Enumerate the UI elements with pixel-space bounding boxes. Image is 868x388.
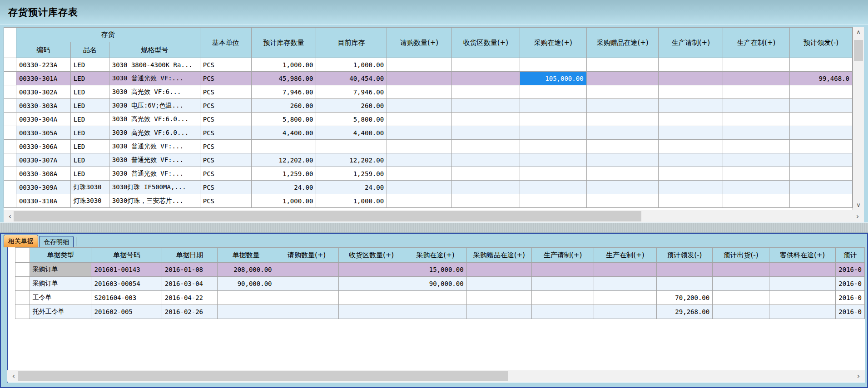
cell[interactable]: 24.00 (316, 181, 387, 194)
row-selector[interactable] (15, 277, 30, 291)
cell[interactable] (790, 167, 853, 181)
cell[interactable]: 3030 3800-4300K Ra... (109, 58, 200, 72)
cell[interactable] (387, 140, 452, 153)
table-row[interactable]: 采购订单201601-001432016-01-08208,000.0015,0… (15, 263, 865, 277)
cell[interactable]: PCS (200, 181, 251, 194)
cell[interactable]: 105,000.00 (520, 72, 586, 85)
cell[interactable]: 70,200.00 (656, 291, 713, 305)
cell[interactable]: 00330-307A (16, 153, 70, 167)
horizontal-scrollbar-top-thumb[interactable] (14, 211, 641, 221)
select-all-corner[interactable] (15, 248, 30, 263)
column-header-forecast-shipment[interactable]: 预计出货(-) (713, 248, 769, 263)
row-selector[interactable] (15, 305, 30, 319)
cell[interactable]: 201601-00143 (91, 263, 162, 277)
cell[interactable] (656, 263, 713, 277)
cell[interactable]: 208,000.00 (217, 263, 275, 277)
cell[interactable] (451, 99, 520, 113)
cell[interactable] (217, 305, 275, 319)
cell[interactable] (520, 85, 586, 99)
cell[interactable]: 采购订单 (30, 277, 91, 291)
cell[interactable] (451, 58, 520, 72)
cell[interactable]: 1,000.00 (251, 58, 316, 72)
cell[interactable] (769, 277, 836, 291)
cell[interactable]: 2016-0 (836, 305, 865, 319)
cell[interactable] (723, 113, 790, 126)
row-selector[interactable] (4, 99, 16, 113)
cell[interactable]: 99,468.0 (790, 72, 853, 85)
column-header-production-in-process[interactable]: 生产在制(+) (723, 28, 790, 58)
cell[interactable]: 3030 高光效 VF:6.0... (109, 126, 200, 140)
cell[interactable] (723, 153, 790, 167)
cell[interactable] (404, 305, 466, 319)
table-row[interactable]: 00330-301ALED3030 普通光效 VF:...PCS45,986.0… (4, 72, 853, 85)
column-header-production-requested[interactable]: 生产请制(+) (659, 28, 723, 58)
cell[interactable] (659, 113, 723, 126)
cell[interactable] (451, 153, 520, 167)
cell[interactable]: 2016-01-08 (162, 263, 217, 277)
cell[interactable] (659, 99, 723, 113)
horizontal-scrollbar-bottom-thumb[interactable] (18, 371, 508, 381)
cell[interactable]: 2016-03-04 (162, 277, 217, 291)
cell[interactable] (338, 263, 404, 277)
cell[interactable] (520, 58, 586, 72)
cell[interactable] (451, 194, 520, 208)
cell[interactable]: 灯珠3030 (70, 194, 109, 208)
cell[interactable]: 201602-005 (91, 305, 162, 319)
cell[interactable] (520, 181, 586, 194)
column-header-purchase-in-transit[interactable]: 采购在途(+) (520, 28, 586, 58)
cell[interactable] (387, 85, 452, 99)
cell[interactable] (723, 85, 790, 99)
tab-related-documents[interactable]: 相关单据 (4, 235, 38, 247)
cell[interactable]: 3030 普通光效 VF:... (109, 153, 200, 167)
cell[interactable] (275, 305, 338, 319)
cell[interactable] (586, 140, 659, 153)
cell[interactable]: LED (70, 99, 109, 113)
table-row[interactable]: 00330-303ALED3030 电压:6V;色温...PCS260.0026… (4, 99, 853, 113)
scroll-up-icon[interactable]: ∧ (853, 27, 864, 37)
row-selector[interactable] (4, 85, 16, 99)
column-header-forecast-qty[interactable]: 预计库存数量 (251, 28, 316, 58)
cell[interactable] (387, 99, 452, 113)
cell[interactable] (520, 140, 586, 153)
column-header-base-unit[interactable]: 基本单位 (200, 28, 251, 58)
cell[interactable] (723, 126, 790, 140)
select-all-corner[interactable] (4, 28, 16, 58)
table-row[interactable]: 00330-310A灯珠30303030灯珠，三安芯片...PCS1,000.0… (4, 194, 853, 208)
cell[interactable] (790, 113, 853, 126)
cell[interactable]: 45,986.00 (251, 72, 316, 85)
cell[interactable] (713, 263, 769, 277)
cell[interactable]: 3030 普通光效 VF:... (109, 167, 200, 181)
cell[interactable]: 1,259.00 (251, 167, 316, 181)
cell[interactable]: 90,000.00 (404, 277, 466, 291)
cell[interactable] (520, 99, 586, 113)
column-header-purchase-request-qty[interactable]: 请购数量(+) (275, 248, 338, 263)
cell[interactable] (338, 291, 404, 305)
column-header-purchase-request-qty[interactable]: 请购数量(+) (387, 28, 452, 58)
vertical-scrollbar[interactable]: ∧ ∨ (853, 27, 864, 210)
cell[interactable]: 260.00 (316, 99, 387, 113)
cell[interactable]: 7,946.00 (251, 85, 316, 99)
table-row[interactable]: 00330-223ALED3030 3800-4300K Ra...PCS1,0… (4, 58, 853, 72)
cell[interactable]: 4,400.00 (251, 126, 316, 140)
column-header-item-name[interactable]: 品名 (70, 42, 109, 58)
row-selector[interactable] (4, 140, 16, 153)
cell[interactable] (723, 72, 790, 85)
cell[interactable]: LED (70, 113, 109, 126)
cell[interactable]: 5,800.00 (316, 113, 387, 126)
cell[interactable] (659, 58, 723, 72)
cell[interactable] (520, 153, 586, 167)
cell[interactable] (466, 277, 531, 291)
cell[interactable] (387, 126, 452, 140)
cell[interactable] (520, 194, 586, 208)
cell[interactable] (275, 277, 338, 291)
cell[interactable]: 1,000.00 (316, 58, 387, 72)
row-selector[interactable] (4, 113, 16, 126)
cell[interactable] (790, 126, 853, 140)
column-header-spec-model[interactable]: 规格型号 (109, 42, 200, 58)
cell[interactable]: 1,259.00 (316, 167, 387, 181)
cell[interactable] (520, 126, 586, 140)
cell[interactable] (586, 194, 659, 208)
table-row[interactable]: 00330-306ALED3030 普通光效 VF:...PCS (4, 140, 853, 153)
cell[interactable] (316, 140, 387, 153)
cell[interactable] (387, 194, 452, 208)
